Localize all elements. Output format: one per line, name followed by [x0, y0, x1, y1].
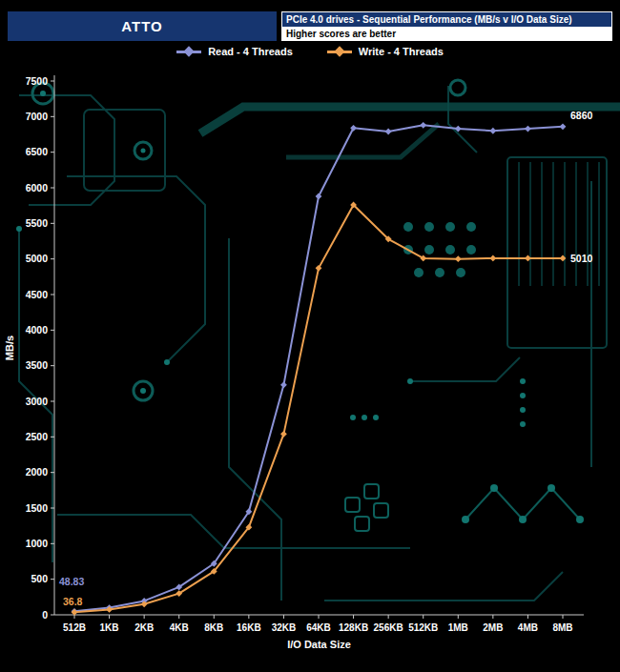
- read-series-marker-icon: [183, 46, 194, 56]
- svg-text:1500: 1500: [26, 502, 49, 514]
- svg-text:2500: 2500: [26, 431, 49, 442]
- svg-text:1MB: 1MB: [448, 622, 468, 633]
- svg-text:500: 500: [31, 573, 48, 584]
- write-series-marker-icon: [334, 46, 344, 56]
- svg-text:4000: 4000: [26, 324, 49, 336]
- svg-text:1000: 1000: [26, 538, 49, 549]
- svg-text:48.83: 48.83: [59, 576, 84, 587]
- chart-title: PCIe 4.0 drives - Sequential Performance…: [281, 11, 612, 28]
- title-column: PCIe 4.0 drives - Sequential Performance…: [281, 11, 612, 41]
- legend-item-read: Read - 4 Threads: [176, 46, 293, 57]
- header: ATTO PCIe 4.0 drives - Sequential Perfor…: [8, 11, 612, 41]
- svg-text:32KB: 32KB: [272, 622, 297, 633]
- svg-text:6000: 6000: [26, 182, 49, 193]
- svg-text:8KB: 8KB: [204, 622, 223, 633]
- legend: Read - 4 Threads Write - 4 Threads: [0, 46, 620, 57]
- benchmark-screenshot: ATTO PCIe 4.0 drives - Sequential Perfor…: [0, 0, 620, 672]
- chart-area: 0500100015002000250030003500400045005000…: [0, 67, 620, 658]
- svg-text:7000: 7000: [26, 111, 49, 122]
- svg-text:128KB: 128KB: [339, 622, 368, 633]
- read-series-swatch: [176, 51, 201, 53]
- svg-text:4KB: 4KB: [170, 622, 189, 633]
- legend-label-write: Write - 4 Threads: [359, 46, 444, 57]
- legend-item-write: Write - 4 Threads: [327, 46, 444, 57]
- svg-text:512KB: 512KB: [408, 622, 438, 633]
- svg-text:0: 0: [42, 609, 48, 621]
- svg-text:5000: 5000: [26, 253, 49, 264]
- svg-text:5500: 5500: [26, 217, 49, 229]
- legend-label-read: Read - 4 Threads: [208, 46, 293, 57]
- svg-text:36.8: 36.8: [63, 596, 83, 607]
- svg-text:512B: 512B: [63, 622, 86, 633]
- write-series-swatch: [327, 51, 352, 53]
- svg-text:64KB: 64KB: [306, 622, 331, 633]
- svg-text:5010: 5010: [570, 253, 593, 264]
- svg-text:7500: 7500: [26, 75, 49, 87]
- svg-text:MB/s: MB/s: [4, 336, 15, 360]
- performance-chart: 0500100015002000250030003500400045005000…: [0, 67, 620, 658]
- svg-text:3000: 3000: [26, 396, 49, 407]
- svg-text:256KB: 256KB: [374, 622, 403, 633]
- chart-subtitle: Higher scores are better: [281, 28, 612, 41]
- svg-text:2000: 2000: [26, 466, 49, 478]
- svg-text:3500: 3500: [26, 359, 49, 371]
- svg-text:8MB: 8MB: [552, 622, 572, 633]
- svg-text:4500: 4500: [26, 289, 49, 300]
- svg-text:16KB: 16KB: [237, 622, 261, 633]
- svg-text:6500: 6500: [26, 146, 49, 157]
- svg-text:6860: 6860: [570, 110, 593, 121]
- svg-text:1KB: 1KB: [100, 622, 119, 633]
- svg-text:2MB: 2MB: [483, 622, 503, 633]
- svg-text:4MB: 4MB: [518, 622, 538, 633]
- app-title: ATTO: [8, 11, 277, 41]
- svg-text:2KB: 2KB: [134, 622, 154, 633]
- svg-text:I/O Data Size: I/O Data Size: [287, 639, 351, 650]
